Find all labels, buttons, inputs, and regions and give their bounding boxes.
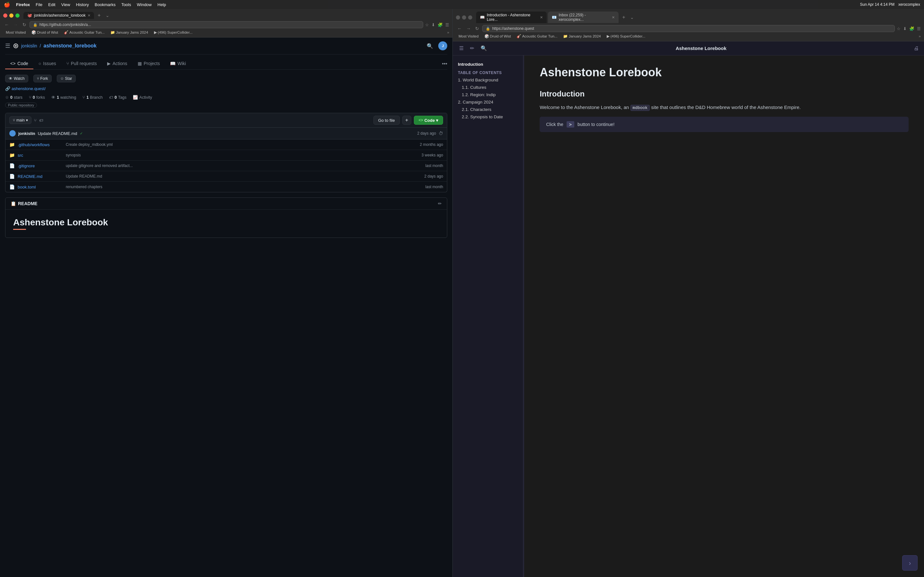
readme-edit-button[interactable]: ✏: [438, 201, 442, 206]
activity-stat[interactable]: 📈 Activity: [133, 95, 152, 100]
sidebar-introduction[interactable]: Introduction: [453, 61, 523, 68]
mdbook-bm-most-visited[interactable]: Most Visited: [456, 34, 481, 39]
mdbook-new-tab-button[interactable]: +: [620, 13, 628, 21]
commit-history-icon[interactable]: ⏱: [439, 131, 443, 136]
watching-stat[interactable]: 👁 1 watching: [51, 95, 76, 100]
menubar-history[interactable]: History: [76, 2, 89, 7]
forks-stat[interactable]: ⑂ 0 forks: [29, 95, 45, 100]
go-to-file-button[interactable]: Go to file: [373, 116, 400, 125]
new-tab-button[interactable]: +: [95, 11, 103, 19]
watch-button[interactable]: 👁 Watch: [5, 75, 28, 82]
bm-most-visited[interactable]: Most Visited: [3, 30, 28, 35]
github-tab-close[interactable]: ✕: [87, 13, 90, 18]
mdbook-bm-supercollider[interactable]: ▶ (496) SuperCollider...: [604, 33, 648, 39]
mdbook-extensions-icon[interactable]: 🧩: [909, 26, 914, 31]
github-logo[interactable]: ⊛: [13, 42, 19, 50]
bm-druid[interactable]: 🎲 Druid of Wist: [29, 29, 61, 35]
file-row[interactable]: 📁 src synopsis 3 weeks ago: [5, 150, 447, 161]
sidebar-region-indip[interactable]: 1.2. Region: Indip: [453, 91, 523, 98]
minimize-button-inactive[interactable]: [462, 15, 466, 19]
mdbook-bm-more[interactable]: »: [919, 34, 921, 38]
file-row[interactable]: 📄 .gitignore update gitignore and remove…: [5, 161, 447, 171]
bm-more-button[interactable]: »: [447, 31, 449, 34]
menubar-file[interactable]: File: [36, 2, 42, 7]
fork-button[interactable]: ⑂ Fork: [33, 75, 52, 82]
sidebar-campaign-2024[interactable]: 2. Campaign 2024: [453, 98, 523, 106]
stars-stat[interactable]: ☆ 0 stars: [5, 95, 23, 100]
menubar-firefox[interactable]: Firefox: [16, 2, 30, 7]
close-button-inactive[interactable]: [456, 15, 460, 19]
menubar-tools[interactable]: Tools: [121, 2, 131, 7]
menubar-help[interactable]: Help: [158, 2, 166, 7]
bookmark-star-icon[interactable]: ☆: [425, 23, 429, 27]
reload-button[interactable]: ↻: [21, 21, 27, 28]
mdbook-menu-icon[interactable]: ☰: [917, 26, 921, 31]
menubar-bookmarks[interactable]: Bookmarks: [95, 2, 115, 7]
file-row[interactable]: 📄 README.md Update README.md 2 days ago: [5, 171, 447, 182]
menubar-user[interactable]: xerocomplex: [898, 2, 920, 7]
tab-actions[interactable]: ▶ Actions: [102, 58, 132, 69]
tab-code[interactable]: <> Code: [5, 58, 33, 69]
mdbook-forward-button[interactable]: →: [465, 25, 472, 32]
apple-menu[interactable]: 🍎: [4, 2, 10, 8]
sidebar-cultures[interactable]: 1.1. Cultures: [453, 84, 523, 91]
branch-stat[interactable]: ⑂ 1 Branch: [82, 95, 103, 100]
back-button[interactable]: ←: [3, 21, 10, 28]
mdbook-reload-button[interactable]: ↻: [474, 25, 480, 32]
bm-supercollider[interactable]: ▶ (496) SuperCollider...: [152, 29, 195, 35]
file-name[interactable]: .gitignore: [18, 163, 63, 168]
extensions-icon[interactable]: 🧩: [438, 23, 443, 27]
tab-pull-requests[interactable]: ⑂ Pull requests: [61, 58, 102, 69]
tags-stat[interactable]: 🏷 0 Tags: [109, 95, 126, 100]
bm-jams[interactable]: 📁 January Jams 2024: [108, 29, 150, 35]
file-name[interactable]: src: [18, 153, 63, 158]
breadcrumb-user[interactable]: jonkislin: [21, 43, 37, 48]
mdbook-tab[interactable]: 📖 Introduction - Ashenstone Lore... ✕: [476, 11, 547, 23]
repo-link[interactable]: 🔗 ashenstone.quest/: [5, 86, 447, 91]
mdbook-bm-jams[interactable]: 📁 January Jams 2024: [561, 33, 603, 39]
breadcrumb-repo[interactable]: ashenstone_lorebook: [43, 43, 96, 48]
menu-icon[interactable]: ☰: [445, 23, 449, 27]
tab-issues[interactable]: ○ Issues: [33, 58, 61, 69]
maximize-button[interactable]: [15, 13, 19, 18]
file-name[interactable]: .github/workflows: [18, 142, 63, 147]
mdbook-print-button[interactable]: 🖨: [914, 45, 919, 51]
github-tab[interactable]: 🐙 jonkislin/ashenstone_lorebook ✕: [23, 12, 94, 19]
branch-selector[interactable]: ⑂ main ▾: [9, 116, 31, 124]
mdbook-download-icon[interactable]: ⬇: [903, 26, 907, 31]
github-search-icon[interactable]: 🔍: [427, 43, 433, 49]
mdbook-edit-button[interactable]: ✏: [469, 44, 475, 53]
mdbook-search-button[interactable]: 🔍: [479, 44, 488, 53]
tab-dropdown-button[interactable]: ⌄: [105, 13, 110, 18]
menubar-window[interactable]: Window: [137, 2, 152, 7]
bm-guitar[interactable]: 🎸 Acoustic Guitar Tun...: [61, 29, 107, 35]
maximize-button-inactive[interactable]: [468, 15, 472, 19]
sidebar-synopsis[interactable]: 2.2. Synopsis to Date: [453, 113, 523, 121]
next-page-button[interactable]: ›: [902, 555, 918, 571]
tab-projects[interactable]: ▦ Projects: [132, 58, 165, 69]
tab-wiki[interactable]: 📖 Wiki: [165, 58, 191, 69]
sidebar-world-background[interactable]: 1. World Background: [453, 76, 523, 84]
add-file-button[interactable]: +: [402, 116, 411, 125]
file-row[interactable]: 📁 .github/workflows Create deploy_mdbook…: [5, 139, 447, 150]
mdbook-bm-druid[interactable]: 🎲 Druid of Wist: [482, 33, 514, 39]
file-name[interactable]: book.toml: [18, 185, 63, 189]
minimize-button[interactable]: [9, 13, 13, 18]
menubar-view[interactable]: View: [61, 2, 70, 7]
mdbook-bookmark-icon[interactable]: ☆: [897, 26, 901, 31]
menubar-edit[interactable]: Edit: [48, 2, 55, 7]
code-dropdown-button[interactable]: <> Code ▾: [414, 116, 443, 125]
mdbook-tab-close[interactable]: ✕: [540, 15, 543, 19]
file-row[interactable]: 📄 book.toml renumbered chapters last mon…: [5, 182, 447, 192]
sidebar-toggle-button[interactable]: ☰: [5, 42, 10, 49]
github-address-bar[interactable]: 🔒 https://github.com/jonkislin/a...: [29, 21, 423, 28]
download-icon[interactable]: ⬇: [431, 23, 435, 27]
mdbook-tab-dropdown[interactable]: ⌄: [630, 15, 634, 20]
sidebar-characters[interactable]: 2.1. Characters: [453, 106, 523, 113]
more-tabs-button[interactable]: •••: [442, 61, 447, 67]
mdbook-address-bar[interactable]: 🔒 https://ashenstone.quest: [482, 25, 895, 32]
file-name[interactable]: README.md: [18, 174, 63, 179]
forward-button[interactable]: →: [12, 21, 19, 28]
commit-author-name[interactable]: jonkislin: [18, 131, 35, 136]
gmail-tab[interactable]: 📧 Inbox (22,259) - xerocomplex... ✕: [548, 11, 619, 23]
